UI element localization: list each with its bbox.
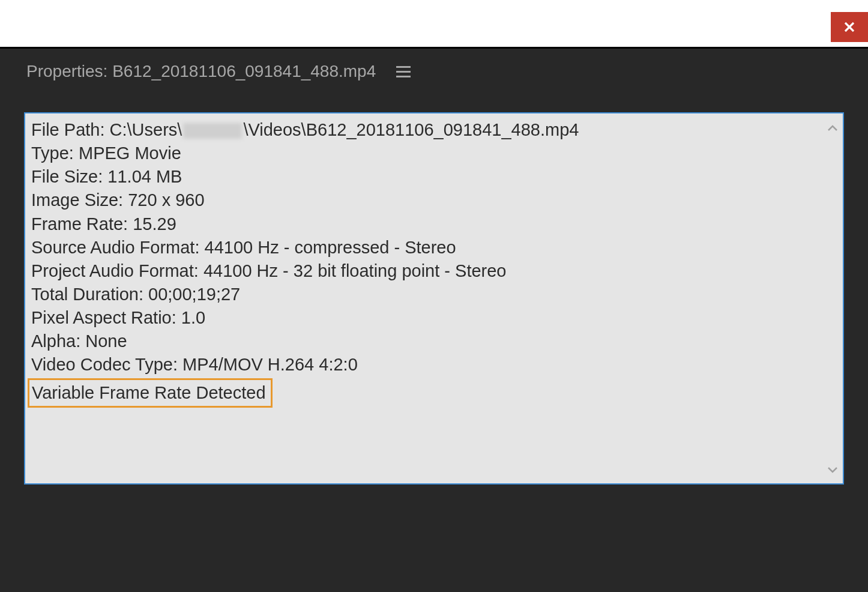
total-duration-line: Total Duration: 00;00;19;27: [31, 283, 816, 306]
panel-menu-icon[interactable]: [394, 64, 413, 80]
type-value: MPEG Movie: [79, 143, 181, 163]
redacted-username: [183, 123, 242, 139]
vfr-line: Variable Frame Rate Detected: [31, 377, 816, 408]
file-size-line: File Size: 11.04 MB: [31, 165, 816, 189]
file-size-value: 11.04 MB: [107, 167, 182, 186]
close-icon: [843, 21, 855, 33]
image-size-line: Image Size: 720 x 960: [31, 189, 816, 212]
pixel-aspect-label: Pixel Aspect Ratio:: [31, 308, 181, 327]
scrollbar[interactable]: [822, 113, 843, 483]
video-codec-label: Video Codec Type:: [31, 355, 182, 374]
pixel-aspect-value: 1.0: [181, 308, 205, 327]
alpha-label: Alpha:: [31, 331, 85, 351]
image-size-label: Image Size:: [31, 190, 128, 210]
frame-rate-line: Frame Rate: 15.29: [31, 213, 816, 236]
source-audio-line: Source Audio Format: 44100 Hz - compress…: [31, 236, 816, 259]
file-path-prefix: C:\Users\: [110, 120, 182, 139]
frame-rate-label: Frame Rate:: [31, 214, 133, 234]
project-audio-line: Project Audio Format: 44100 Hz - 32 bit …: [31, 259, 816, 283]
vfr-text: Variable Frame Rate Detected: [32, 383, 266, 402]
properties-panel: Properties: B612_20181106_091841_488.mp4…: [0, 47, 868, 592]
file-path-label: File Path:: [31, 120, 110, 139]
project-audio-value: 44100 Hz - 32 bit floating point - Stere…: [203, 261, 507, 280]
total-duration-value: 00;00;19;27: [148, 285, 240, 304]
panel-header: Properties: B612_20181106_091841_488.mp4: [26, 62, 844, 81]
panel-title-filename: B612_20181106_091841_488.mp4: [112, 62, 376, 80]
scroll-up-icon[interactable]: [827, 121, 838, 134]
vfr-highlight: Variable Frame Rate Detected: [28, 378, 273, 408]
top-bar: [0, 0, 868, 47]
file-size-label: File Size:: [31, 167, 107, 186]
total-duration-label: Total Duration:: [31, 285, 148, 304]
frame-rate-value: 15.29: [133, 214, 176, 234]
properties-box: File Path: C:\Users\\Videos\B612_2018110…: [24, 112, 844, 485]
video-codec-line: Video Codec Type: MP4/MOV H.264 4:2:0: [31, 353, 816, 376]
video-codec-value: MP4/MOV H.264 4:2:0: [182, 355, 358, 374]
close-button[interactable]: [831, 12, 868, 42]
properties-content: File Path: C:\Users\\Videos\B612_2018110…: [25, 113, 822, 483]
panel-title-prefix: Properties:: [26, 62, 112, 80]
pixel-aspect-line: Pixel Aspect Ratio: 1.0: [31, 306, 816, 330]
source-audio-value: 44100 Hz - compressed - Stereo: [205, 238, 456, 257]
file-path-line: File Path: C:\Users\\Videos\B612_2018110…: [31, 118, 816, 142]
source-audio-label: Source Audio Format:: [31, 238, 205, 257]
project-audio-label: Project Audio Format:: [31, 261, 203, 280]
alpha-line: Alpha: None: [31, 330, 816, 353]
panel-title: Properties: B612_20181106_091841_488.mp4: [26, 62, 376, 81]
alpha-value: None: [85, 331, 127, 351]
file-path-suffix: \Videos\B612_20181106_091841_488.mp4: [243, 120, 579, 139]
type-label: Type:: [31, 143, 79, 163]
image-size-value: 720 x 960: [128, 190, 204, 210]
scroll-down-icon[interactable]: [827, 463, 838, 476]
type-line: Type: MPEG Movie: [31, 142, 816, 165]
